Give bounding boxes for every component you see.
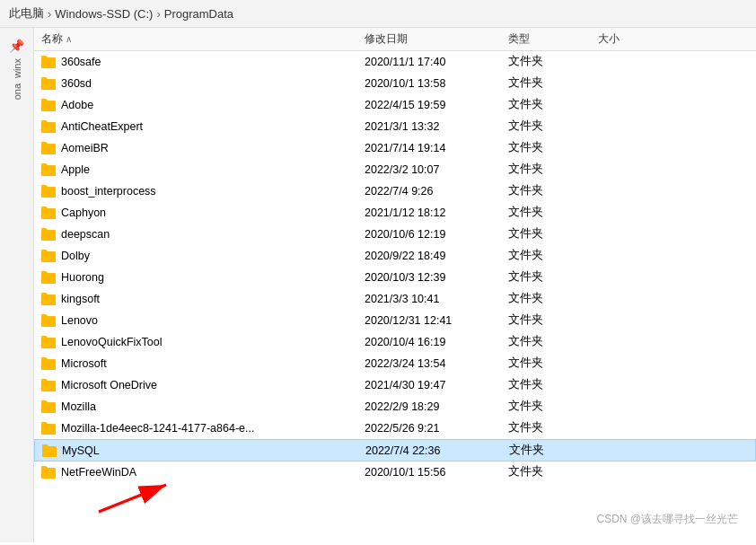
file-modified: 2020/9/22 18:49 [365,250,508,262]
sidebar: 📌 winx ona [0,28,34,542]
folder-icon [41,379,56,391]
folder-icon [41,56,56,68]
table-row[interactable]: MySQL 2022/7/4 22:36 文件夹 [34,439,756,461]
breadcrumb-bar: 此电脑 › Windows-SSD (C:) › ProgramData [0,0,756,28]
file-name-cell: boost_interprocess [41,185,365,198]
file-name: Apple [61,163,90,176]
sidebar-label-ona[interactable]: ona [12,84,22,100]
file-name-cell: Adobe [41,99,365,111]
file-name: Microsoft [61,357,107,370]
col-header-modified[interactable]: 修改日期 [365,31,508,47]
file-modified: 2020/10/6 12:19 [365,228,508,241]
file-type: 文件夹 [508,291,598,306]
table-row[interactable]: Dolby 2020/9/22 18:49 文件夹 [34,245,756,267]
file-list-container: 名称 ∧ 修改日期 类型 大小 360safe 2020/11/1 17:40 … [34,28,756,542]
folder-icon [42,444,57,457]
table-row[interactable]: Adobe 2022/4/15 19:59 文件夹 [34,94,756,116]
table-row[interactable]: Huorong 2020/10/3 12:39 文件夹 [34,267,756,288]
file-modified: 2020/10/4 16:19 [365,336,508,348]
file-name-cell: AomeiBR [41,142,365,154]
breadcrumb-item-folder[interactable]: ProgramData [164,7,233,21]
breadcrumb-item-computer[interactable]: 此电脑 [9,5,44,22]
file-type: 文件夹 [508,248,598,263]
file-modified: 2021/1/12 18:12 [365,207,508,219]
file-modified: 2020/10/1 15:56 [365,466,508,479]
table-row[interactable]: NetFreeWinDA 2020/10/1 15:56 文件夹 [34,461,756,483]
file-modified: 2022/7/4 22:36 [365,444,509,457]
file-name: Dolby [61,250,90,262]
file-name: Huorong [61,271,104,284]
file-modified: 2020/10/3 12:39 [365,271,508,284]
file-modified: 2020/10/1 13:58 [365,77,508,90]
file-type: 文件夹 [508,75,598,91]
file-name-cell: 360sd [41,77,365,90]
folder-icon [41,400,56,413]
file-name-cell: AntiCheatExpert [41,120,365,133]
file-name-cell: Huorong [41,271,365,284]
file-modified: 2022/3/2 10:07 [365,163,508,176]
breadcrumb-sep-1: › [48,7,51,21]
file-name-cell: Dolby [41,250,365,262]
file-type: 文件夹 [508,183,598,198]
file-modified: 2021/3/1 13:32 [365,120,508,133]
folder-icon [41,77,56,90]
table-row[interactable]: Apple 2022/3/2 10:07 文件夹 [34,159,756,180]
file-type: 文件夹 [508,399,598,414]
table-row[interactable]: 360sd 2020/10/1 13:58 文件夹 [34,73,756,94]
file-type: 文件夹 [508,205,598,220]
file-type: 文件夹 [508,162,598,177]
file-modified: 2020/11/1 17:40 [365,56,508,68]
file-name: Mozilla-1de4eec8-1241-4177-a864-e... [61,422,254,435]
file-name: AomeiBR [61,142,109,154]
col-header-size[interactable]: 大小 [598,31,670,47]
file-type: 文件夹 [508,464,598,479]
file-name: 360safe [61,56,101,68]
file-name: boost_interprocess [61,185,156,198]
file-name: AntiCheatExpert [61,120,143,133]
table-row[interactable]: AntiCheatExpert 2021/3/1 13:32 文件夹 [34,116,756,137]
file-rows-container: 360safe 2020/11/1 17:40 文件夹 360sd 2020/1… [34,51,756,483]
file-type: 文件夹 [508,54,598,69]
sidebar-label-winx[interactable]: winx [12,58,22,78]
table-row[interactable]: 360safe 2020/11/1 17:40 文件夹 [34,51,756,73]
file-modified: 2022/7/4 9:26 [365,185,508,198]
column-header: 名称 ∧ 修改日期 类型 大小 [34,28,756,51]
table-row[interactable]: deepscan 2020/10/6 12:19 文件夹 [34,224,756,245]
table-row[interactable]: boost_interprocess 2022/7/4 9:26 文件夹 [34,180,756,202]
file-modified: 2021/4/30 19:47 [365,379,508,391]
table-row[interactable]: Lenovo 2020/12/31 12:41 文件夹 [34,310,756,331]
file-name-cell: LenovoQuickFixTool [41,336,365,348]
table-row[interactable]: Caphyon 2021/1/12 18:12 文件夹 [34,202,756,224]
file-name-cell: 360safe [41,56,365,68]
file-name-cell: Lenovo [41,314,365,327]
table-row[interactable]: kingsoft 2021/3/3 10:41 文件夹 [34,288,756,310]
breadcrumb-sep-2: › [156,7,160,21]
file-name-cell: Caphyon [41,207,365,219]
file-type: 文件夹 [508,119,598,134]
col-header-type[interactable]: 类型 [508,31,598,47]
folder-icon [41,250,56,262]
sidebar-pin-icon: 📌 [9,39,24,53]
file-type: 文件夹 [508,312,598,328]
table-row[interactable]: Mozilla-1de4eec8-1241-4177-a864-e... 202… [34,418,756,439]
table-row[interactable]: Microsoft OneDrive 2021/4/30 19:47 文件夹 [34,374,756,396]
file-name: 360sd [61,77,92,90]
file-name: Lenovo [61,314,98,327]
file-name: Mozilla [61,400,96,413]
file-name-cell: deepscan [41,228,365,241]
folder-icon [41,314,56,327]
col-header-name[interactable]: 名称 ∧ [41,31,365,47]
file-type: 文件夹 [508,377,598,392]
table-row[interactable]: AomeiBR 2021/7/14 19:14 文件夹 [34,137,756,159]
file-name: kingsoft [61,293,100,305]
file-type: 文件夹 [508,420,598,435]
file-type: 文件夹 [508,356,598,371]
table-row[interactable]: Mozilla 2022/2/9 18:29 文件夹 [34,396,756,418]
breadcrumb-item-drive[interactable]: Windows-SSD (C:) [55,7,153,21]
table-row[interactable]: LenovoQuickFixTool 2020/10/4 16:19 文件夹 [34,331,756,353]
file-type: 文件夹 [509,443,599,458]
table-row[interactable]: Microsoft 2022/3/24 13:54 文件夹 [34,353,756,374]
file-name: deepscan [61,228,110,241]
folder-icon [41,142,56,154]
folder-icon [41,207,56,219]
